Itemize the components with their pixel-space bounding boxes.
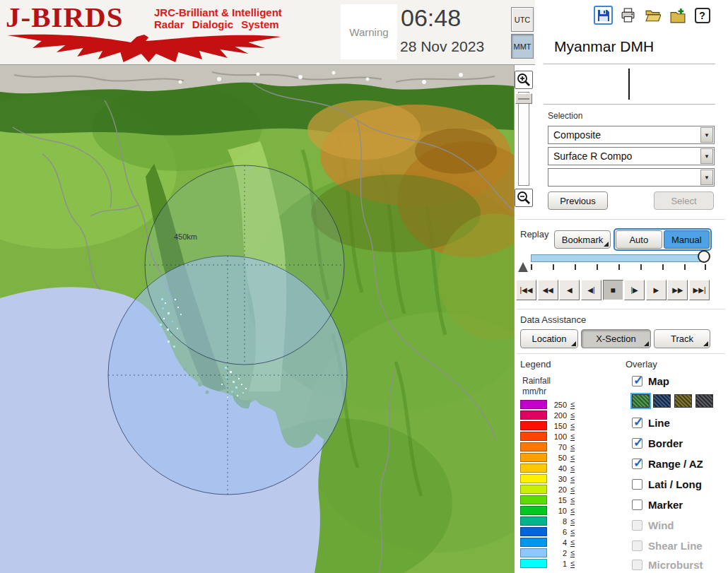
legend-swatch [520, 527, 547, 536]
fast-rewind-button[interactable]: ◀◀ [538, 280, 558, 300]
overlay-item-range-az: ✓ Range / AZ [632, 458, 703, 470]
skip-to-start-button[interactable]: |◀◀ [516, 280, 536, 300]
lte-symbol: ≤ [570, 496, 575, 504]
step-back-button[interactable]: ◀ [559, 280, 580, 300]
open-file-button[interactable] [643, 6, 662, 25]
export-button[interactable] [668, 6, 687, 25]
overlay-item-label: Range / AZ [648, 458, 703, 470]
track-button[interactable]: Track [654, 329, 710, 348]
border-checkbox[interactable]: ✓ [632, 438, 642, 449]
timezone-mmt-button[interactable]: MMT [511, 34, 534, 59]
legend-value: 2 [548, 549, 567, 557]
selection-section-label: Selection [548, 111, 582, 121]
skip-to-end-button[interactable]: ▶▶| [689, 280, 710, 300]
legend-value: 40 [548, 464, 567, 473]
zoom-slider[interactable] [518, 92, 529, 186]
lati-long-checkbox[interactable] [632, 479, 642, 490]
map-style-swatch-olive[interactable] [674, 394, 692, 408]
legend-swatch [520, 463, 547, 473]
zoom-in-button[interactable] [515, 71, 533, 89]
fast-forward-button[interactable]: ▶▶ [667, 280, 688, 300]
timeline-tick [575, 264, 576, 270]
timezone-utc-button[interactable]: UTC [511, 7, 534, 32]
timeline-tick [662, 264, 664, 270]
timeline-tick [531, 264, 532, 270]
stop-button[interactable]: ■ [603, 280, 623, 300]
location-button[interactable]: Location [520, 329, 578, 348]
divider [517, 309, 725, 309]
overlay-item-border: ✓ Border [632, 437, 683, 449]
bookmark-button[interactable]: Bookmark [554, 230, 611, 249]
auto-mode-button[interactable]: Auto [616, 230, 662, 249]
overlay-section-label: Overlay [626, 359, 657, 370]
timeline-start-marker [518, 262, 528, 272]
info-textarea[interactable] [544, 65, 715, 103]
sub-product-dropdown[interactable]: ▼ [548, 168, 715, 187]
legend-swatch [520, 485, 547, 494]
replay-timeline-slider[interactable] [531, 254, 706, 262]
print-button[interactable] [618, 6, 638, 25]
timeline-tick [597, 264, 598, 270]
product-dropdown[interactable]: Surface R Compo ▼ [548, 147, 715, 165]
overlay-item-marker: Marker [632, 499, 683, 511]
wind-checkbox [632, 520, 642, 531]
legend-unit-label: mm/hr [522, 386, 546, 396]
play-backward-button[interactable]: ◀| [581, 280, 601, 300]
map-style-swatch-navy[interactable] [653, 394, 671, 408]
overlay-item-lati-long: Lati / Long [632, 478, 702, 490]
chevron-down-icon[interactable]: ▼ [700, 148, 713, 164]
zoom-out-button[interactable] [515, 189, 533, 207]
dropdown-value: Surface R Compo [553, 150, 632, 162]
legend-value: 6 [548, 528, 567, 536]
step-forward-button[interactable]: ▶ [646, 280, 667, 300]
help-button[interactable]: ? [693, 6, 712, 25]
line-checkbox[interactable]: ✓ [632, 418, 642, 428]
radar-map-canvas[interactable]: 450km [0, 65, 514, 573]
legend-row: 100≤ [520, 432, 575, 441]
range-az-checkbox[interactable]: ✓ [632, 459, 642, 469]
legend-row: 150≤ [520, 421, 575, 430]
divider [544, 104, 715, 105]
timeline-thumb[interactable] [698, 250, 710, 263]
chevron-down-icon[interactable]: ▼ [700, 170, 713, 185]
overlay-item-label: Map [648, 375, 669, 387]
x-section-button[interactable]: X-Section [581, 329, 651, 348]
legend-row: 20≤ [520, 485, 575, 494]
check-icon: ✓ [633, 415, 643, 430]
lte-symbol: ≤ [570, 443, 575, 451]
zoom-in-icon [516, 72, 532, 88]
overlay-item-label: Shear Line [648, 540, 703, 552]
save-icon [597, 8, 611, 23]
j-birds-app: 450km J-BIRDS JRC-Bri [0, 0, 728, 573]
legend-value: 10 [548, 507, 567, 515]
legend-swatch [520, 559, 547, 568]
export-icon [670, 8, 686, 23]
save-button[interactable] [594, 6, 613, 25]
range-ring-label: 450km [174, 232, 197, 241]
manual-mode-button[interactable]: Manual [664, 230, 710, 249]
composite-dropdown[interactable]: Composite ▼ [548, 126, 715, 144]
legend-swatch [520, 432, 547, 441]
marker-checkbox[interactable] [632, 500, 642, 510]
overlay-item-label: Lati / Long [648, 478, 702, 490]
lte-symbol: ≤ [570, 464, 575, 473]
zoom-slider-thumb[interactable] [515, 93, 532, 104]
select-button[interactable]: Select [654, 191, 714, 210]
divider [517, 219, 725, 220]
clock-time: 06:48 [401, 4, 461, 32]
lte-symbol: ≤ [570, 401, 575, 409]
lte-symbol: ≤ [570, 475, 575, 483]
previous-button[interactable]: Previous [548, 191, 608, 210]
map-style-swatch-charcoal[interactable] [695, 394, 713, 408]
chevron-down-icon[interactable]: ▼ [700, 127, 713, 143]
warning-indicator[interactable]: Warning [341, 4, 397, 59]
legend-value: 200 [548, 411, 567, 420]
eagle-logo-icon [3, 31, 286, 64]
map-checkbox[interactable]: ✓ [632, 376, 642, 386]
map-viewport: 450km [0, 65, 514, 573]
legend-row: 70≤ [520, 442, 575, 451]
check-icon: ✓ [633, 373, 643, 388]
divider [544, 64, 715, 64]
play-forward-button[interactable]: |▶ [624, 280, 645, 300]
map-style-swatch-green[interactable] [632, 394, 650, 408]
